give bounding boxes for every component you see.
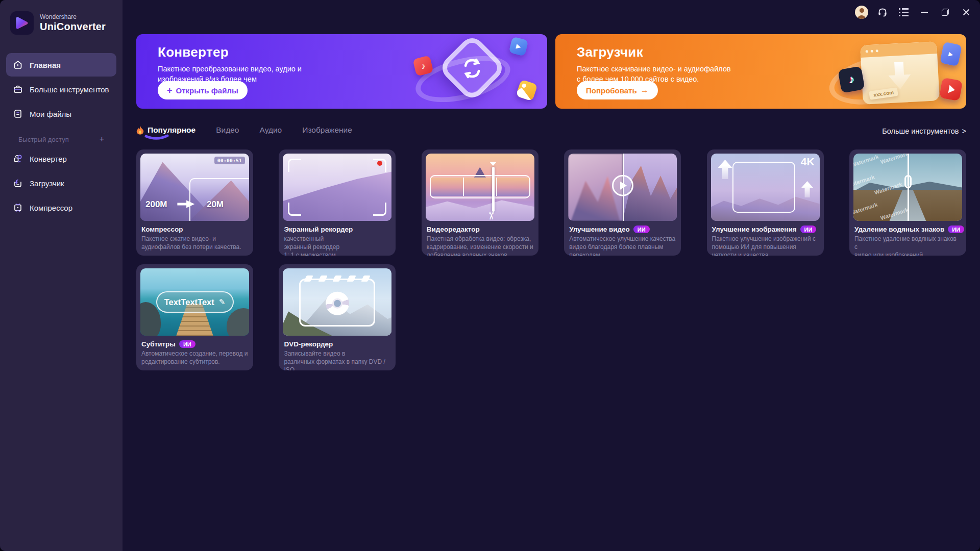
card-description: качественный экранный рекордер 1: 1 с мн… [284,235,390,256]
sidebar-item-converter[interactable]: Конвертер [6,147,116,170]
video-editor-thumbnail: ✂ [426,154,534,221]
ai-badge: ИИ [633,226,650,233]
open-files-button[interactable]: + Открыть файлы [158,81,248,99]
tab-image[interactable]: Изображение [302,126,352,137]
sidebar-item-label: Больше инструментов [30,85,109,94]
sidebar-item-home[interactable]: Главная [6,53,116,77]
plus-icon: + [167,86,173,95]
arrow-right-icon: → [641,86,649,95]
tab-audio[interactable]: Аудио [260,126,282,137]
ai-badge: ИИ [800,226,817,233]
category-tabs: Популярное Видео Аудио Изображение Больш… [136,122,966,140]
main-content: Конвертер Пакетное преобразование видео,… [122,0,980,551]
downloader-banner[interactable]: Загрузчик Пакетное скачивание видео- и а… [555,34,966,109]
quick-access-label: Быстрый доступ [18,136,69,143]
app-logo: Wondershare UniConverter [0,0,122,35]
dvd-disc-icon [326,292,349,315]
dvd-burner-thumbnail [283,268,391,336]
size-before-label: 200M [145,199,167,210]
watermark-text: Watermark [853,154,879,168]
playhead-line [492,167,495,212]
active-tab-underline [144,134,169,140]
edit-pencil-icon: ✎ [219,297,226,307]
card-description: Пакетное улучшение изображений с помощью… [712,235,819,256]
uniconverter-logo-icon [10,11,34,35]
compressor-thumbnail: 00:00:51 200M 20M [140,154,249,221]
sidebar-item-label: Мои файлы [30,110,71,118]
tool-card-subtitles[interactable]: TextTextText ✎ Субтитры ИИ Автоматическо… [136,264,253,370]
card-title: Компрессор [141,226,183,233]
size-after-label: 20M [207,199,224,210]
card-title: Улучшение изображения [712,226,797,233]
subtitles-thumbnail: TextTextText ✎ [140,268,249,336]
ai-badge: ИИ [179,340,195,348]
toolbox-icon [12,84,23,95]
record-frame-corner [373,203,386,216]
card-title: Субтитры [141,340,176,348]
tab-label: Аудио [260,126,282,135]
card-title: Экранный рекордер [284,226,353,233]
hero-banners: Конвертер Пакетное преобразование видео,… [136,34,966,109]
quick-access-header: Быстрый доступ + [18,135,104,144]
video-enhancer-thumbnail [568,154,677,221]
converter-banner[interactable]: Конвертер Пакетное преобразование видео,… [136,34,547,109]
sidebar-item-label: Конвертер [30,155,67,163]
film-sprockets [305,276,369,282]
image-enhancer-thumbnail: 4K [711,154,820,221]
tool-card-watermark-remover[interactable]: Watermark Watermark Watermark Watermark … [849,149,966,256]
brand-top: Wondershare [40,13,106,21]
divider-handle [904,175,912,188]
tool-card-screen-recorder[interactable]: Экранный рекордер качественный экранный … [279,149,396,256]
timeline-strip [430,175,530,198]
screen-recorder-thumbnail [283,154,391,221]
duration-badge: 00:00:51 [214,157,245,164]
playhead-marker [489,162,497,166]
record-frame-corner [288,159,301,172]
try-button[interactable]: Попробовать → [577,81,658,99]
card-description: Записывайте видео в различных форматах в… [284,350,390,370]
tool-card-video-enhancer[interactable]: Улучшение видео ИИ Автоматическое улучше… [564,149,681,256]
tab-label: Видео [216,126,239,135]
tool-card-dvd-burner[interactable]: DVD-рекордер Записывайте видео в различн… [279,264,396,370]
watermark-remover-thumbnail: Watermark Watermark Watermark Watermark … [853,154,962,221]
sidebar-item-more-tools[interactable]: Больше инструментов [6,78,116,101]
add-quick-access-icon[interactable]: + [100,135,104,144]
resolution-label: 4K [801,156,815,168]
tab-label: Изображение [302,126,352,135]
scissors-icon: ✂ [485,211,497,220]
converter-icon [12,153,23,164]
sidebar: Wondershare UniConverter Главная Больше … [0,0,122,551]
sidebar-item-label: Загрузчик [30,179,64,188]
tool-card-video-editor[interactable]: ✂ Видеоредактор Пакетная обработка видео… [422,149,538,256]
tab-video[interactable]: Видео [216,126,239,137]
card-description: Пакетная обработка видео: обрезка, кадри… [427,235,533,256]
tab-popular[interactable]: Популярное [136,126,195,137]
tab-label: Популярное [148,126,195,135]
card-description: Автоматическое создание, перевод и редак… [141,350,248,366]
sidebar-item-downloader[interactable]: Загрузчик [6,171,116,195]
chevron-right-icon: > [962,127,966,135]
sidebar-nav: Главная Больше инструментов Мои файлы Бы… [0,53,122,219]
arrow-up-icon [801,181,814,197]
home-icon [12,59,23,70]
tool-card-compressor[interactable]: 00:00:51 200M 20M Компрессор Пакетное сж… [136,149,253,256]
more-tools-link[interactable]: Больше инструментов > [882,127,966,135]
watermark-text: Watermark [879,154,909,165]
card-title: DVD-рекордер [284,340,333,348]
tools-grid: 00:00:51 200M 20M Компрессор Пакетное сж… [136,149,966,370]
fire-icon [136,126,144,135]
card-title: Улучшение видео [569,226,630,233]
subtitle-pill: TextTextText ✎ [156,291,234,313]
compressor-icon [12,202,23,213]
subtitle-text: TextTextText [164,297,214,307]
sidebar-item-compressor[interactable]: Компрессор [6,196,116,219]
card-description: Пакетное удаление водяных знаков с видео… [854,235,961,256]
tool-card-image-enhancer[interactable]: 4K Улучшение изображения ИИ Пакетное улу… [707,149,824,256]
sidebar-item-my-files[interactable]: Мои файлы [6,102,116,126]
record-frame-corner [288,203,301,216]
files-icon [12,108,23,119]
card-title: Видеоредактор [427,226,480,233]
arrow-up-icon [718,160,732,179]
site-label: xxx.com [869,87,898,100]
downloader-icon [12,178,23,189]
